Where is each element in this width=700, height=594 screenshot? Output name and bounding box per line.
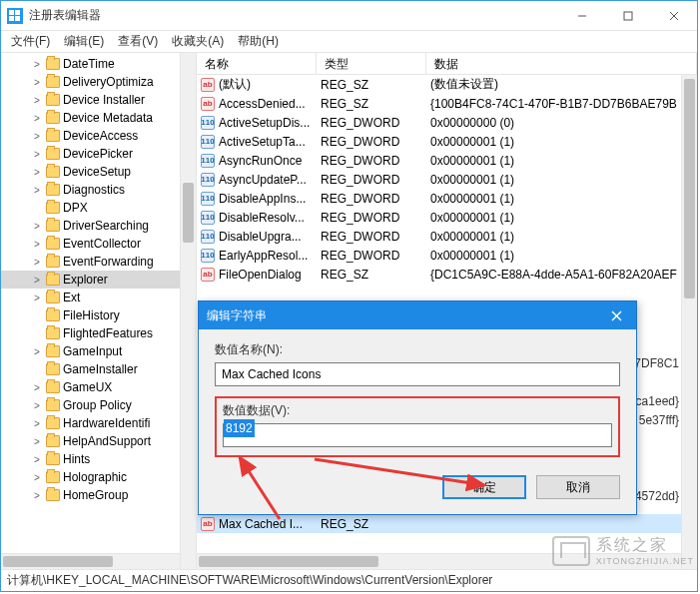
value-data-highlight: 数值数据(V): 8192 xyxy=(215,396,620,457)
tree-item[interactable]: >HomeGroup xyxy=(1,486,196,504)
tree-item[interactable]: >DeviceAccess xyxy=(1,127,196,145)
list-row[interactable]: 110DisableUpgra...REG_DWORD0x00000001 (1… xyxy=(197,227,697,246)
expander-icon[interactable]: > xyxy=(31,346,43,357)
list-header[interactable]: 名称 类型 数据 xyxy=(197,53,697,75)
tree-item[interactable]: >HelpAndSupport xyxy=(1,432,196,450)
list-row[interactable]: 110DisableResolv...REG_DWORD0x00000001 (… xyxy=(197,208,697,227)
tree-item[interactable]: FileHistory xyxy=(1,306,196,324)
menu-edit[interactable]: 编辑(E) xyxy=(58,31,110,52)
tree-item[interactable]: >DevicePicker xyxy=(1,145,196,163)
list-row[interactable]: 110ActiveSetupTa...REG_DWORD0x00000001 (… xyxy=(197,132,697,151)
tree-item[interactable]: FlightedFeatures xyxy=(1,324,196,342)
expander-icon[interactable]: > xyxy=(31,77,43,88)
list-row[interactable]: abAccessDenied...REG_SZ{100B4FC8-74C1-47… xyxy=(197,94,697,113)
menu-help[interactable]: 帮助(H) xyxy=(232,31,285,52)
tree-item-label: HelpAndSupport xyxy=(63,434,151,448)
menu-fav[interactable]: 收藏夹(A) xyxy=(166,31,230,52)
expander-icon[interactable]: > xyxy=(31,418,43,429)
expander-icon[interactable] xyxy=(31,203,43,214)
tree-hscrollbar[interactable] xyxy=(1,553,180,569)
menu-view[interactable]: 查看(V) xyxy=(112,31,164,52)
expander-icon[interactable]: > xyxy=(31,131,43,142)
expander-icon[interactable]: > xyxy=(31,221,43,232)
tree-item[interactable]: >Device Metadata xyxy=(1,109,196,127)
list-row[interactable]: abFileOpenDialogREG_SZ{DC1C5A9C-E88A-4dd… xyxy=(197,265,697,284)
expander-icon[interactable]: > xyxy=(31,275,43,286)
list-row[interactable]: 110AsyncRunOnceREG_DWORD0x00000001 (1) xyxy=(197,151,697,170)
tree-pane[interactable]: >DateTime>DeliveryOptimiza>Device Instal… xyxy=(1,53,197,569)
expander-icon[interactable]: > xyxy=(31,293,43,303)
expander-icon[interactable]: > xyxy=(31,472,43,483)
expander-icon[interactable]: > xyxy=(31,382,43,393)
tree-item[interactable]: >GameInput xyxy=(1,342,196,360)
svg-rect-2 xyxy=(9,16,14,21)
expander-icon[interactable]: > xyxy=(31,185,43,196)
dialog-close-button[interactable] xyxy=(596,301,636,329)
value-data-input[interactable] xyxy=(223,423,612,447)
list-row[interactable]: 110DisableAppIns...REG_DWORD0x00000001 (… xyxy=(197,189,697,208)
col-header-type[interactable]: 类型 xyxy=(317,53,426,74)
expander-icon[interactable]: > xyxy=(31,95,43,106)
list-vscrollbar[interactable] xyxy=(681,75,697,569)
tree-item[interactable]: >DriverSearching xyxy=(1,217,196,235)
list-row-selected[interactable]: ab Max Cached I... REG_SZ xyxy=(197,514,681,533)
folder-icon xyxy=(46,184,60,196)
expander-icon[interactable] xyxy=(31,328,43,339)
col-header-name[interactable]: 名称 xyxy=(197,53,317,74)
value-type: REG_SZ xyxy=(317,97,426,111)
folder-icon xyxy=(46,399,60,411)
expander-icon[interactable]: > xyxy=(31,167,43,178)
expander-icon[interactable]: > xyxy=(31,257,43,268)
tree-item[interactable]: GameInstaller xyxy=(1,360,196,378)
tree-item[interactable]: >DeviceSetup xyxy=(1,163,196,181)
expander-icon[interactable]: > xyxy=(31,490,43,501)
tree-item[interactable]: DPX xyxy=(1,199,196,217)
tree-vscrollbar[interactable] xyxy=(180,53,196,569)
expander-icon[interactable]: > xyxy=(31,239,43,250)
watermark-icon xyxy=(552,536,590,566)
tree-item[interactable]: >DeliveryOptimiza xyxy=(1,73,196,91)
expander-icon[interactable]: > xyxy=(31,400,43,411)
expander-icon[interactable]: > xyxy=(31,149,43,160)
value-name-input[interactable] xyxy=(215,362,620,386)
tree-item[interactable]: >EventCollector xyxy=(1,235,196,253)
ok-button[interactable]: 确定 xyxy=(442,475,526,499)
watermark-subtext: XITONGZHIJIA.NET xyxy=(596,556,694,566)
titlebar[interactable]: 注册表编辑器 xyxy=(1,1,697,31)
expander-icon[interactable] xyxy=(31,310,43,321)
tree-item[interactable]: >Holographic xyxy=(1,468,196,486)
value-data: 0x00000001 (1) xyxy=(426,154,697,168)
expander-icon[interactable]: > xyxy=(31,113,43,124)
maximize-button[interactable] xyxy=(605,1,651,31)
minimize-button[interactable] xyxy=(559,1,605,31)
list-row[interactable]: ab(默认)REG_SZ(数值未设置) xyxy=(197,75,697,94)
tree-item[interactable]: >DateTime xyxy=(1,55,196,73)
list-row[interactable]: 110EarlyAppResol...REG_DWORD0x00000001 (… xyxy=(197,246,697,265)
tree-item[interactable]: >Group Policy xyxy=(1,396,196,414)
value-type: REG_SZ xyxy=(317,517,426,531)
col-header-data[interactable]: 数据 xyxy=(426,53,697,74)
expander-icon[interactable]: > xyxy=(31,59,43,70)
cancel-button[interactable]: 取消 xyxy=(536,475,620,499)
tree-item[interactable]: >EventForwarding xyxy=(1,253,196,271)
menu-file[interactable]: 文件(F) xyxy=(5,31,56,52)
value-name-label: 数值名称(N): xyxy=(215,341,620,358)
close-button[interactable] xyxy=(651,1,697,31)
tree-item[interactable]: >Device Installer xyxy=(1,91,196,109)
value-type: REG_SZ xyxy=(317,268,426,282)
list-row[interactable]: 110ActiveSetupDis...REG_DWORD0x00000000 … xyxy=(197,113,697,132)
list-row[interactable]: 110AsyncUpdateP...REG_DWORD0x00000001 (1… xyxy=(197,170,697,189)
expander-icon[interactable]: > xyxy=(31,454,43,465)
value-type: REG_DWORD xyxy=(317,211,426,225)
tree-item[interactable]: >HardwareIdentifi xyxy=(1,414,196,432)
tree-item[interactable]: >Explorer xyxy=(1,271,196,289)
tree-item[interactable]: >Ext xyxy=(1,289,196,306)
tree-item[interactable]: >Diagnostics xyxy=(1,181,196,199)
tree-item[interactable]: >Hints xyxy=(1,450,196,468)
tree-item-label: DriverSearching xyxy=(63,219,149,233)
dialog-titlebar[interactable]: 编辑字符串 xyxy=(199,301,636,329)
value-data: 0x00000000 (0) xyxy=(426,116,697,130)
tree-item[interactable]: >GameUX xyxy=(1,378,196,396)
expander-icon[interactable] xyxy=(31,364,43,375)
expander-icon[interactable]: > xyxy=(31,436,43,447)
